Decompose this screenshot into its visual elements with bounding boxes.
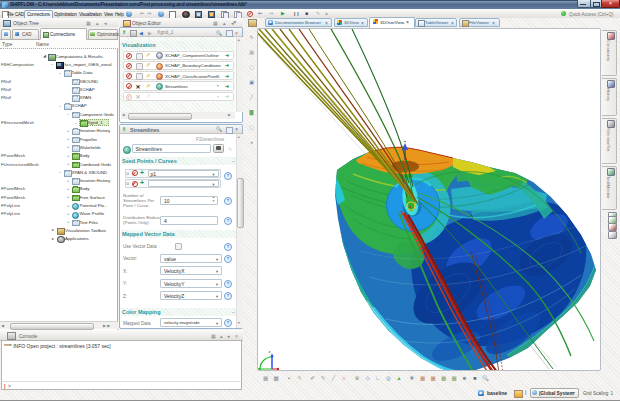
svg-text:z: z	[269, 349, 271, 354]
